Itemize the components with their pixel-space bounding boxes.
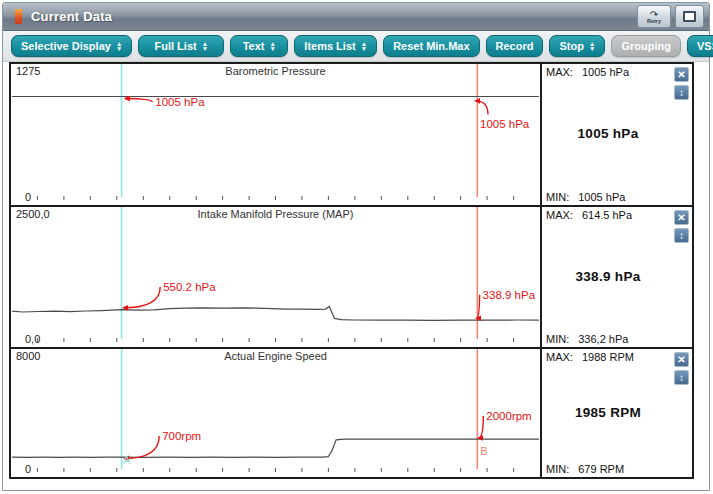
max-value: 1005 hPa	[582, 66, 629, 78]
toolbar-button-label: Stop	[560, 40, 584, 52]
window-title: Current Data	[31, 9, 112, 24]
current-value: 1985 RPM	[542, 405, 674, 420]
max-label: MAX:	[546, 209, 573, 221]
cursor-letter-a: A	[123, 454, 131, 466]
maximize-button[interactable]	[675, 5, 704, 28]
annotation-label: 1005 hPa	[155, 96, 205, 108]
toolbar: Selective Display▲▼Full List▲▼Text▲▼Item…	[3, 31, 709, 62]
toolbar-button-reset-min-max[interactable]: Reset Min.Max	[383, 35, 479, 57]
resize-chart-button[interactable]: ↕	[674, 85, 689, 100]
resize-chart-button[interactable]: ↕	[674, 370, 689, 385]
toolbar-button-label: Full List	[155, 40, 197, 52]
annotation-label: 2000rpm	[486, 410, 531, 422]
toolbar-button-vss[interactable]: VSS	[687, 35, 713, 57]
spinner-arrows-icon: ▲▼	[270, 41, 276, 52]
annotation-arrow	[478, 416, 483, 438]
resize-vertical-icon: ↕	[679, 231, 684, 241]
panel-buttons: ✕↕	[674, 352, 689, 385]
chart-plot-barometric-pressure: 1275Barometric Pressure01005 hPa1005 hPa	[11, 64, 540, 205]
max-value-line: MAX:614.5 hPa	[546, 209, 632, 221]
min-value: 336,2 hPa	[578, 333, 628, 345]
spinner-arrows-icon: ▲▼	[116, 41, 122, 52]
spinner-arrows-icon: ▲▼	[202, 41, 208, 52]
close-chart-button[interactable]: ✕	[674, 67, 689, 82]
toolbar-button-label: Items List	[304, 40, 355, 52]
current-data-window: Current Data ↷ Retry Selective Display▲▼…	[2, 2, 710, 491]
max-value-line: MAX:1005 hPa	[546, 66, 629, 78]
panel-buttons: ✕↕	[674, 67, 689, 100]
chart-canvas: 1005 hPa1005 hPa	[11, 64, 540, 205]
charts-container: 1275Barometric Pressure01005 hPa1005 hPa…	[9, 62, 694, 479]
annotation-label: 700rpm	[162, 430, 201, 442]
data-line	[12, 307, 539, 321]
toolbar-button-items-list[interactable]: Items List▲▼	[294, 35, 377, 57]
value-panel-intake-manifold-pressure-map: MAX:614.5 hPa338.9 hPaMIN:336,2 hPa✕↕	[540, 207, 692, 347]
toolbar-button-selective-display[interactable]: Selective Display▲▼	[11, 35, 132, 57]
maximize-icon	[683, 11, 696, 22]
min-value-line: MIN:679 RPM	[546, 463, 624, 475]
max-value: 1988 RPM	[582, 351, 634, 363]
toolbar-button-label: Selective Display	[21, 40, 111, 52]
resize-chart-button[interactable]: ↕	[674, 228, 689, 243]
chart-canvas: 700rpm2000rpmAB	[11, 349, 540, 477]
current-value: 338.9 hPa	[542, 269, 674, 284]
cursor-letter-b: B	[480, 445, 487, 457]
min-value: 679 RPM	[578, 463, 624, 475]
title-bar: Current Data ↷ Retry	[3, 3, 709, 31]
close-icon: ✕	[677, 213, 685, 223]
chart-plot-actual-engine-speed: 8000Actual Engine Speed0700rpm2000rpmAB	[11, 349, 540, 477]
min-label: MIN:	[546, 333, 569, 345]
close-chart-button[interactable]: ✕	[674, 352, 689, 367]
annotation-label: 338.9 hPa	[483, 289, 536, 301]
annotation-arrow	[123, 287, 160, 308]
toolbar-button-record[interactable]: Record	[486, 35, 544, 57]
annotation-label: 550.2 hPa	[163, 281, 216, 293]
resize-vertical-icon: ↕	[679, 373, 684, 383]
data-line	[12, 439, 539, 457]
resize-vertical-icon: ↕	[679, 88, 684, 98]
chart-canvas: 550.2 hPa338.9 hPa	[11, 207, 540, 347]
close-chart-button[interactable]: ✕	[674, 210, 689, 225]
max-value-line: MAX:1988 RPM	[546, 351, 634, 363]
close-icon: ✕	[677, 355, 685, 365]
max-value: 614.5 hPa	[582, 209, 632, 221]
value-panel-barometric-pressure: MAX:1005 hPa1005 hPaMIN:1005 hPa✕↕	[540, 64, 692, 205]
app-icon	[15, 9, 22, 24]
toolbar-button-label: Reset Min.Max	[393, 40, 469, 52]
spinner-arrows-icon: ▲▼	[361, 41, 367, 52]
min-label: MIN:	[546, 463, 569, 475]
chart-row-actual-engine-speed: 8000Actual Engine Speed0700rpm2000rpmABM…	[11, 349, 692, 477]
max-label: MAX:	[546, 351, 573, 363]
toolbar-button-text[interactable]: Text▲▼	[230, 35, 288, 57]
min-value: 1005 hPa	[578, 191, 625, 203]
annotation-arrow	[125, 99, 153, 103]
chart-plot-intake-manifold-pressure-map: 2500,0Intake Manifold Pressure (MAP)0,05…	[11, 207, 540, 347]
panel-buttons: ✕↕	[674, 210, 689, 243]
min-value-line: MIN:1005 hPa	[546, 191, 625, 203]
toolbar-button-grouping[interactable]: Grouping	[611, 35, 681, 57]
retry-label: Retry	[647, 19, 661, 24]
close-icon: ✕	[677, 70, 685, 80]
annotation-label: 1005 hPa	[480, 118, 530, 130]
value-panel-actual-engine-speed: MAX:1988 RPM1985 RPMMIN:679 RPM✕↕	[540, 349, 692, 477]
toolbar-button-label: Text	[243, 40, 265, 52]
toolbar-button-label: Record	[496, 40, 534, 52]
toolbar-button-label: VSS	[697, 40, 713, 52]
toolbar-button-label: Grouping	[621, 40, 671, 52]
max-label: MAX:	[546, 66, 573, 78]
chart-row-barometric-pressure: 1275Barometric Pressure01005 hPa1005 hPa…	[11, 64, 692, 207]
retry-button[interactable]: ↷ Retry	[637, 5, 671, 28]
min-label: MIN:	[546, 191, 569, 203]
min-value-line: MIN:336,2 hPa	[546, 333, 628, 345]
toolbar-button-stop[interactable]: Stop▲▼	[549, 35, 605, 57]
toolbar-button-full-list[interactable]: Full List▲▼	[138, 35, 224, 57]
spinner-arrows-icon: ▲▼	[589, 41, 595, 52]
current-value: 1005 hPa	[542, 126, 674, 141]
chart-row-intake-manifold-pressure-map: 2500,0Intake Manifold Pressure (MAP)0,05…	[11, 207, 692, 349]
